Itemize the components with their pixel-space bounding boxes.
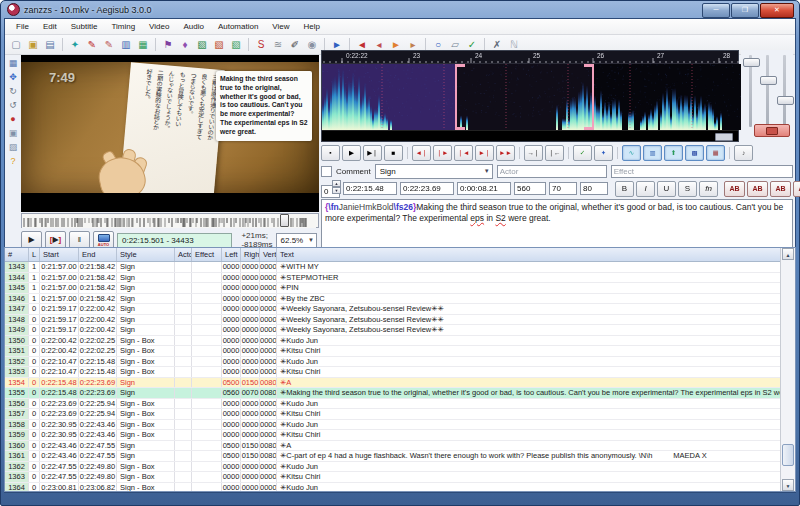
effect-field[interactable]	[611, 165, 793, 178]
duration-field[interactable]	[457, 182, 511, 195]
visual-drag-icon[interactable]: ✥	[7, 71, 20, 83]
close-button[interactable]: ✕	[760, 3, 794, 18]
grid-column-header-vert[interactable]: Vert	[260, 248, 277, 261]
karaoke-toggle[interactable]: ♪	[734, 145, 753, 161]
visual-scale-icon[interactable]: ●	[7, 113, 20, 125]
spin-up-icon[interactable]: ▲	[332, 180, 341, 187]
table-row[interactable]: 136400:23:00.810:23:06.82Sign - Box00000…	[5, 483, 795, 493]
grid-column-header-text[interactable]: Text	[277, 248, 795, 261]
menu-file[interactable]: File	[9, 21, 36, 32]
play-before-button[interactable]: ▪	[321, 145, 340, 161]
menu-video[interactable]: Video	[142, 21, 176, 32]
seek-thumb[interactable]	[280, 214, 289, 227]
styling-assistant-icon[interactable]: S	[253, 37, 269, 52]
grid-column-header-effect[interactable]: Effect	[192, 248, 222, 261]
jump-to-icon[interactable]: ✦	[67, 37, 83, 52]
grid-column-header-num[interactable]: #	[5, 248, 29, 261]
auto-commit-toggle[interactable]: ∿	[622, 145, 641, 161]
layer-stepper[interactable]: ▲▼	[321, 180, 340, 198]
style-select[interactable]: Sign▼	[375, 164, 493, 179]
shadow-color-button[interactable]: AB	[793, 181, 800, 197]
table-row[interactable]: 135500:22:15.480:22:23.69Sign05600070008…	[5, 388, 795, 399]
table-row[interactable]: 136000:22:43.460:22:47.55Sign05000150008…	[5, 441, 795, 452]
bold-button[interactable]: B	[615, 181, 634, 197]
detach-video-icon[interactable]: ▦	[7, 57, 20, 69]
play-500ms-after-button[interactable]: ❘►	[433, 145, 452, 161]
play-to-end-button[interactable]: ►►	[496, 145, 515, 161]
table-row[interactable]: 134610:21:57.000:21:58.42Sign00000000000…	[5, 294, 795, 305]
minimize-button[interactable]: ─	[702, 3, 730, 18]
audio-volume-red-slider[interactable]	[754, 124, 790, 137]
grid-column-header-style[interactable]: Style	[117, 248, 175, 261]
grid-scrollbar[interactable]: ▲ ▼	[780, 248, 795, 491]
audio-scroll-thumb[interactable]	[715, 133, 733, 141]
audio-spectrogram[interactable]: 0:22:22232425262728	[321, 50, 739, 142]
grid-column-header-start[interactable]: Start	[40, 248, 79, 261]
play-first-500ms-button[interactable]: ❘◄	[454, 145, 473, 161]
table-row[interactable]: 134410:21:57.000:21:58.42Sign00000000000…	[5, 273, 795, 284]
table-row[interactable]: 135800:22:30.950:22:43.46Sign - Box00000…	[5, 420, 795, 431]
save-file-icon[interactable]: ▤	[42, 37, 58, 52]
grid-scroll-thumb[interactable]	[782, 444, 794, 466]
font-button[interactable]: fn	[699, 181, 718, 197]
table-row[interactable]: 135200:22:10.470:22:15.48Sign - Box00000…	[5, 357, 795, 368]
visual-clip-icon[interactable]: ▣	[7, 127, 20, 139]
table-row[interactable]: 136300:22:47.550:22:49.80Sign - Box00000…	[5, 472, 795, 483]
video-display[interactable]: 7:49 三期は原作通りでいいのか 良くも悪くも安定しすぎて つまらないです。 …	[21, 55, 319, 212]
spectrum-analyzer-toggle[interactable]: ▩	[685, 145, 704, 161]
attachments-icon[interactable]: ⚑	[160, 37, 176, 52]
vertical-zoom-slider[interactable]	[760, 76, 777, 85]
menu-subtitle[interactable]: Subtitle	[64, 21, 105, 32]
video-zoom-select[interactable]: 62.5%▼	[276, 233, 317, 248]
fonts-collector-icon[interactable]: ♦	[177, 37, 193, 52]
video-details-icon[interactable]: ▧	[194, 37, 210, 52]
comment-checkbox[interactable]	[321, 166, 332, 177]
titlebar[interactable]: zanzzs - 10.mkv - Aegisub 3.0.0 ─ ❐ ✕	[1, 1, 799, 18]
table-row[interactable]: 135900:22:30.950:22:43.46Sign - Box00000…	[5, 430, 795, 441]
open-file-icon[interactable]: ▣	[25, 37, 41, 52]
table-row[interactable]: 135100:22:00.420:22:02.25Sign - Box00000…	[5, 346, 795, 357]
strikeout-button[interactable]: S	[678, 181, 697, 197]
visual-rotate-xy-icon[interactable]: ↺	[7, 99, 20, 111]
visual-vector-clip-icon[interactable]: ▨	[7, 141, 20, 153]
end-time-field[interactable]	[400, 182, 454, 195]
underline-button[interactable]: U	[657, 181, 676, 197]
visual-rotate-z-icon[interactable]: ↻	[7, 85, 20, 97]
grid-column-header-actor[interactable]: Actor	[175, 248, 192, 261]
table-row[interactable]: 134310:21:57.000:21:58.42Sign00000000000…	[5, 262, 795, 273]
table-row[interactable]: 134800:21:59.170:22:00.42Sign00000000000…	[5, 315, 795, 326]
video-seek-bar[interactable]	[21, 213, 319, 228]
style-editor-icon[interactable]: ✎	[84, 37, 100, 52]
menu-edit[interactable]: Edit	[36, 21, 64, 32]
lead-in-button[interactable]: →❘	[524, 145, 543, 161]
play-selection-button[interactable]: ▶❘	[363, 145, 382, 161]
table-row[interactable]: 135400:22:15.480:22:23.69Sign05000150008…	[5, 378, 795, 389]
actor-combo[interactable]	[497, 165, 607, 178]
new-file-icon[interactable]: ▢	[8, 37, 24, 52]
resample-resolution-icon[interactable]: ▧	[211, 37, 227, 52]
play-last-500ms-button[interactable]: ►❘	[475, 145, 494, 161]
play-500ms-before-button[interactable]: ◄❘	[412, 145, 431, 161]
horizontal-zoom-slider[interactable]	[743, 58, 760, 67]
scroll-down-icon[interactable]: ▼	[782, 479, 794, 491]
assistant-edit-icon[interactable]: ✎	[101, 37, 117, 52]
commit-audio-button[interactable]: ✓	[573, 145, 592, 161]
play-button[interactable]: ▶	[342, 145, 361, 161]
maximize-button[interactable]: ❐	[731, 3, 759, 18]
start-time-field[interactable]	[343, 182, 397, 195]
grid-column-header-right[interactable]: Right	[241, 248, 260, 261]
margin-left-field[interactable]	[514, 182, 546, 195]
secondary-color-button[interactable]: AB	[747, 181, 768, 197]
stop-button[interactable]: ■	[384, 145, 403, 161]
table-row[interactable]: 134900:21:59.170:22:00.42Sign00000000000…	[5, 325, 795, 336]
menu-view[interactable]: View	[265, 21, 296, 32]
spin-down-icon[interactable]: ▼	[332, 187, 341, 194]
table-row[interactable]: 134510:21:57.000:21:58.42Sign00000000000…	[5, 283, 795, 294]
grid-column-header-end[interactable]: End	[79, 248, 117, 261]
table-row[interactable]: 135300:22:10.470:22:15.48Sign - Box00000…	[5, 367, 795, 378]
menu-timing[interactable]: Timing	[104, 21, 142, 32]
timing-postprocessor-icon[interactable]: ✐	[287, 37, 303, 52]
audio-scrollbar[interactable]	[322, 130, 738, 141]
translation-assistant-icon[interactable]: ≋	[270, 37, 286, 52]
primary-color-button[interactable]: AB	[724, 181, 745, 197]
